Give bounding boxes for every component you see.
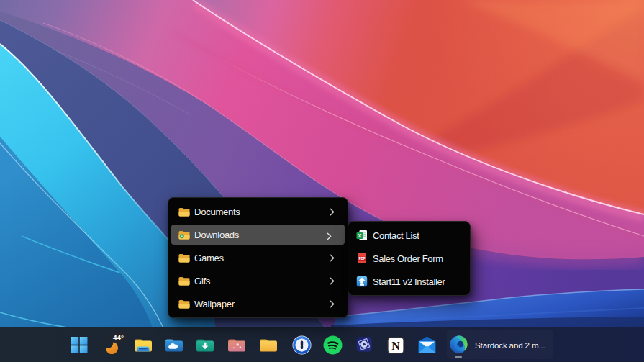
svg-text:PDF: PDF — [358, 257, 365, 261]
svg-text:X: X — [358, 232, 361, 239]
svg-text:N: N — [391, 340, 400, 352]
svg-text:44°: 44° — [113, 333, 124, 341]
